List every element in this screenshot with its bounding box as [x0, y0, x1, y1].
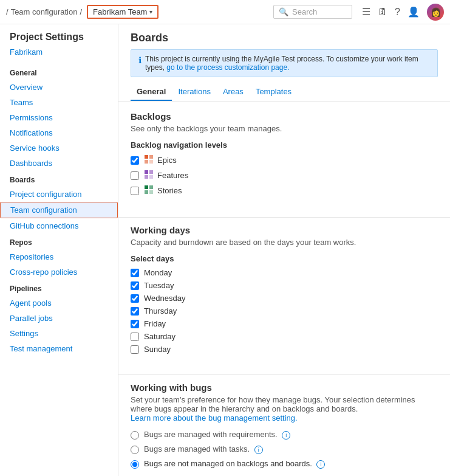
breadcrumb-current: Team configuration — [11, 7, 78, 16]
sidebar-item-overview[interactable]: Overview — [0, 80, 118, 95]
bugs-learn-more-link[interactable]: Learn more about the bug management sett… — [131, 413, 298, 423]
sidebar-section-repos: Repos — [0, 233, 118, 249]
day-saturday-label: Saturday — [144, 332, 176, 341]
bugs-requirements-radio[interactable] — [131, 431, 139, 440]
sidebar-item-github-connections[interactable]: GitHub connections — [0, 218, 118, 233]
divider-2 — [118, 374, 450, 375]
sidebar-title: Project Settings — [0, 32, 118, 47]
backlog-stories-checkbox[interactable] — [131, 187, 139, 195]
bugs-tasks-radio[interactable] — [131, 446, 139, 454]
sidebar-item-dashboards[interactable]: Dashboards — [0, 156, 118, 171]
tab-iterations[interactable]: Iterations — [172, 83, 216, 101]
day-friday-checkbox[interactable] — [131, 320, 139, 328]
team-selector[interactable]: Fabrikam Team ▾ — [87, 5, 159, 19]
bugs-not-managed-info-icon[interactable]: i — [316, 460, 325, 469]
search-placeholder: Search — [292, 7, 317, 16]
day-saturday-checkbox[interactable] — [131, 333, 139, 341]
backlog-features-label: Features — [144, 170, 188, 181]
bugs-tasks-label: Bugs are managed with tasks. i — [144, 444, 263, 454]
backlog-features-checkbox[interactable] — [131, 171, 139, 180]
day-tuesday-checkbox[interactable] — [131, 281, 139, 290]
help-icon[interactable]: ? — [395, 7, 400, 18]
day-thursday-label: Thursday — [144, 306, 177, 316]
breadcrumb-sep: / — [6, 7, 9, 16]
tab-general[interactable]: General — [131, 83, 172, 101]
calendar-icon[interactable]: 🗓 — [378, 7, 387, 18]
search-icon: 🔍 — [279, 7, 288, 16]
sidebar-item-cross-repo-policies[interactable]: Cross-repo policies — [0, 264, 118, 280]
main-layout: Project Settings Fabrikam General Overvi… — [0, 24, 450, 476]
epics-icon — [144, 154, 154, 166]
sidebar-section-general: General — [0, 64, 118, 80]
day-tuesday-label: Tuesday — [144, 281, 174, 290]
list-icon[interactable]: ☰ — [362, 6, 370, 18]
bugs-not-managed-label: Bugs are not managed on backlogs and boa… — [144, 459, 325, 469]
working-days-section: Working days Capacity and burndown are b… — [118, 225, 450, 367]
sidebar-item-notifications[interactable]: Notifications — [0, 125, 118, 140]
sidebar-item-teams[interactable]: Teams — [0, 95, 118, 110]
info-icon: ℹ — [138, 55, 141, 65]
sidebar-item-service-hooks[interactable]: Service hooks — [0, 140, 118, 156]
day-friday-row: Friday — [131, 319, 438, 328]
backlog-epics-row: Epics — [131, 154, 438, 166]
bugs-requirements-info-icon[interactable]: i — [282, 431, 290, 440]
day-wednesday-row: Wednesday — [131, 294, 438, 303]
svg-rect-11 — [149, 190, 153, 194]
svg-rect-9 — [149, 185, 153, 189]
bugs-not-managed-radio[interactable] — [131, 460, 139, 469]
chevron-down-icon: ▾ — [149, 9, 152, 15]
sidebar-item-permissions[interactable]: Permissions — [0, 110, 118, 125]
working-days-desc: Capacity and burndown are based on the d… — [131, 238, 438, 247]
tab-templates[interactable]: Templates — [250, 83, 298, 101]
team-selector-label: Fabrikam Team — [93, 7, 147, 16]
backlog-stories-label: Stories — [144, 185, 182, 196]
backlogs-title: Backlogs — [131, 111, 438, 122]
boards-page-title: Boards — [131, 32, 438, 44]
bugs-requirements-row: Bugs are managed with requirements. i — [131, 430, 438, 440]
svg-rect-3 — [149, 160, 153, 164]
sidebar-item-team-configuration[interactable]: Team configuration — [0, 202, 118, 218]
day-wednesday-checkbox[interactable] — [131, 294, 139, 303]
sidebar-section-boards: Boards — [0, 171, 118, 187]
stories-icon — [144, 185, 154, 196]
bugs-tasks-info-icon[interactable]: i — [254, 446, 263, 454]
info-banner-link[interactable]: go to the process customization page. — [166, 63, 289, 72]
breadcrumb-sep2: / — [80, 7, 82, 16]
backlog-epics-label: Epics — [144, 154, 177, 166]
divider-1 — [118, 217, 450, 218]
working-days-title: Working days — [131, 225, 438, 235]
backlog-stories-row: Stories — [131, 185, 438, 196]
topbar-icons: ☰ 🗓 ? 👤 👩 — [362, 4, 444, 21]
avatar[interactable]: 👩 — [427, 4, 444, 21]
svg-rect-8 — [145, 185, 148, 189]
sidebar-brand[interactable]: Fabrikam — [0, 47, 118, 64]
sidebar-item-project-configuration[interactable]: Project configuration — [0, 187, 118, 202]
features-icon — [144, 170, 154, 181]
sidebar-item-parallel-jobs[interactable]: Parallel jobs — [0, 311, 118, 326]
breadcrumb: / Team configuration / — [6, 7, 82, 16]
day-friday-label: Friday — [144, 319, 166, 328]
sidebar-section-pipelines: Pipelines — [0, 280, 118, 295]
day-thursday-checkbox[interactable] — [131, 307, 139, 316]
svg-rect-1 — [149, 155, 153, 159]
backlog-nav-levels-title: Backlog navigation levels — [131, 140, 438, 150]
search-box[interactable]: 🔍 Search — [273, 5, 352, 19]
person-icon[interactable]: 👤 — [407, 6, 420, 18]
svg-rect-4 — [145, 170, 148, 174]
sidebar-item-repositories[interactable]: Repositories — [0, 249, 118, 264]
bugs-desc: Set your team's preference for how they … — [131, 395, 438, 423]
sidebar-item-test-management[interactable]: Test management — [0, 341, 118, 356]
day-tuesday-row: Tuesday — [131, 281, 438, 290]
backlogs-section: Backlogs See only the backlogs your team… — [118, 102, 450, 210]
day-sunday-checkbox[interactable] — [131, 345, 139, 354]
sidebar-item-settings[interactable]: Settings — [0, 326, 118, 341]
sidebar-item-agent-pools[interactable]: Agent pools — [0, 295, 118, 311]
svg-rect-0 — [145, 155, 148, 159]
tab-areas[interactable]: Areas — [217, 83, 250, 101]
day-sunday-label: Sunday — [144, 345, 171, 354]
bugs-not-managed-row: Bugs are not managed on backlogs and boa… — [131, 459, 438, 469]
day-monday-label: Monday — [144, 268, 172, 277]
backlog-epics-checkbox[interactable] — [131, 156, 139, 165]
svg-rect-6 — [145, 175, 148, 179]
day-monday-checkbox[interactable] — [131, 269, 139, 277]
